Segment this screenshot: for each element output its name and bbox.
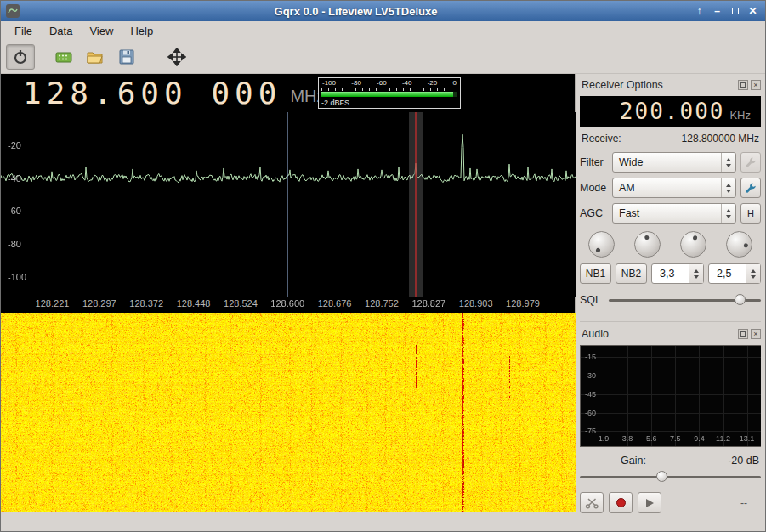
mode-row: Mode AM [580, 178, 761, 198]
menu-help[interactable]: Help [122, 23, 162, 39]
audio-db-tick: -45 [585, 390, 596, 399]
freq-tick-label: 128.372 [129, 298, 163, 308]
audio-spectrum: -15 -30 -45 -60 -75 1.9 3.8 5.6 7.5 9.4 … [580, 345, 761, 447]
freq-tick-label: 128.752 [365, 298, 399, 308]
spectrum-canvas[interactable] [1, 112, 576, 297]
float-icon [740, 331, 746, 337]
center-frequency-line [287, 112, 288, 297]
spinner-arrows-icon[interactable] [746, 264, 760, 283]
receiver-close-button[interactable]: × [751, 80, 761, 90]
float-icon [740, 82, 746, 88]
waterfall-canvas[interactable] [1, 313, 576, 512]
audio-mute-button[interactable] [580, 492, 604, 513]
knob-3[interactable] [680, 231, 706, 258]
gain-slider[interactable] [580, 471, 761, 483]
mode-options-button[interactable] [740, 178, 761, 198]
nb2-threshold-spinbox[interactable]: 2,5 [708, 263, 761, 284]
nb2-button[interactable]: NB2 [616, 263, 647, 284]
db-tick-label: -40 [8, 173, 21, 184]
toolbar-separator [43, 47, 44, 67]
menu-file[interactable]: File [6, 23, 41, 39]
meter-readout: -2 dBFS [321, 99, 457, 107]
channel-width-display[interactable]: 200.000 KHz [580, 96, 761, 127]
db-tick-label: -60 [8, 206, 21, 216]
frequency-digits[interactable]: 128.600 000 [23, 74, 281, 112]
maximize-icon [732, 8, 739, 14]
mode-select[interactable]: AM [612, 178, 736, 198]
waterfall[interactable] [1, 313, 575, 512]
toolbar [1, 40, 765, 74]
audio-buttons: -- [580, 492, 761, 513]
receiver-float-button[interactable] [738, 80, 748, 90]
audio-db-tick: -15 [585, 353, 596, 361]
spinner-arrows-icon[interactable] [721, 178, 735, 197]
squelch-handle[interactable] [735, 294, 746, 305]
dock-separator [580, 321, 761, 322]
io-devices-button[interactable] [49, 44, 78, 70]
tuning-filter-band[interactable] [409, 112, 423, 297]
window-title: Gqrx 0.0 - Lifeview LV5TDeluxe [20, 5, 692, 18]
close-button[interactable]: ✕ [746, 4, 760, 19]
slider-groove[interactable] [580, 476, 761, 478]
play-icon [646, 499, 654, 507]
mode-value: AM [619, 182, 635, 194]
recording-time: -- [740, 497, 747, 509]
mode-label: Mode [580, 182, 612, 194]
squelch-label: SQL [580, 294, 609, 306]
menu-view[interactable]: View [81, 23, 122, 39]
nb1-threshold-spinbox[interactable]: 3,3 [651, 263, 704, 284]
audio-header: Audio × [580, 326, 761, 342]
knob-4[interactable] [726, 231, 752, 258]
spectrum-plot[interactable]: -20 -40 -60 -80 -100 128.221 128.297 128… [1, 112, 575, 313]
status-bar [1, 512, 765, 532]
play-button[interactable] [638, 492, 661, 513]
meter-tick: 0 [453, 79, 457, 87]
db-tick-label: -80 [8, 239, 21, 249]
audio-db-tick: -75 [585, 427, 596, 435]
maximize-button[interactable] [728, 4, 742, 19]
app-window: Gqrx 0.0 - Lifeview LV5TDeluxe ↑ – ✕ Fil… [0, 0, 766, 532]
receive-value: 128.800000 MHz [682, 133, 759, 144]
freq-tick-label: 128.297 [82, 298, 116, 308]
audio-freq-tick: 3.8 [622, 434, 633, 443]
gain-row: Gain: -20 dB [582, 455, 759, 467]
audio-close-button[interactable]: × [751, 329, 761, 339]
save-button[interactable] [112, 44, 141, 70]
audio-freq-tick: 13.1 [740, 434, 755, 443]
channel-width-digits[interactable]: 200.000 [620, 96, 725, 127]
receive-label: Receive: [582, 133, 621, 144]
filter-select[interactable]: Wide [612, 152, 736, 173]
minimize-button[interactable]: – [710, 4, 724, 19]
power-button[interactable] [6, 44, 35, 70]
audio-freq-tick: 11.2 [716, 434, 730, 443]
freq-tick-label: 128.979 [506, 298, 540, 308]
spinner-arrows-icon[interactable] [721, 153, 735, 172]
knob-2[interactable] [634, 231, 661, 258]
right-panel: Receiver Options × 200.000 KHz Receive: … [575, 74, 765, 512]
nb1-threshold-value: 3,3 [660, 268, 674, 280]
gain-handle[interactable] [656, 471, 667, 482]
menu-data[interactable]: Data [41, 23, 81, 39]
nb1-button[interactable]: NB1 [580, 263, 611, 284]
frequency-row: 128.600 000 MHz -100 -80 -60 -40 -20 0 -… [1, 74, 575, 112]
meter-bar [321, 92, 457, 97]
io-devices-icon [54, 48, 73, 65]
audio-float-button[interactable] [738, 329, 748, 339]
agc-select[interactable]: Fast [612, 203, 736, 224]
rollup-button[interactable]: ↑ [692, 4, 706, 19]
titlebar[interactable]: Gqrx 0.0 - Lifeview LV5TDeluxe ↑ – ✕ [1, 1, 765, 21]
agc-hang-button[interactable]: H [740, 203, 761, 224]
frequency-display[interactable]: 128.600 000 MHz [23, 74, 326, 112]
folder-open-icon [86, 48, 105, 65]
audio-freq-tick: 7.5 [670, 434, 681, 443]
record-button[interactable] [609, 492, 633, 513]
open-button[interactable] [81, 44, 110, 70]
pan-button[interactable] [162, 44, 191, 70]
db-tick-label: -100 [8, 272, 26, 282]
knob-1[interactable] [588, 231, 615, 258]
squelch-slider[interactable] [609, 294, 761, 306]
spinner-arrows-icon[interactable] [721, 204, 735, 223]
save-icon [118, 48, 135, 65]
meter-tick: -40 [402, 79, 412, 87]
spinner-arrows-icon[interactable] [689, 264, 703, 283]
